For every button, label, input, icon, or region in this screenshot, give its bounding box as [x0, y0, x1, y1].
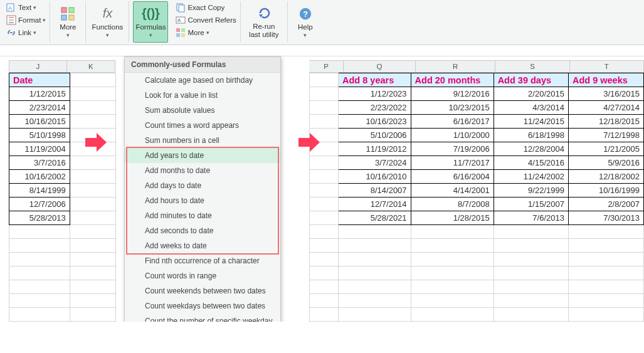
rerun-button[interactable]: Re-run last utility: [245, 1, 283, 43]
right-header-cell[interactable]: Add 20 months: [411, 73, 494, 87]
cell[interactable]: [70, 239, 115, 253]
cell[interactable]: 1/21/2005: [568, 142, 643, 156]
cell[interactable]: [70, 294, 115, 308]
cell[interactable]: 11/19/2012: [339, 142, 411, 156]
cell[interactable]: [339, 280, 411, 294]
cell[interactable]: 5/9/2016: [568, 156, 643, 170]
cell[interactable]: 7/30/2013: [568, 211, 643, 225]
cell[interactable]: [339, 308, 411, 322]
cell[interactable]: [70, 115, 115, 129]
cell[interactable]: [9, 266, 70, 280]
cell[interactable]: [411, 266, 494, 280]
menu-item[interactable]: Sum numbers in a cell: [125, 133, 280, 148]
cell[interactable]: 11/24/2002: [494, 170, 568, 184]
functions-button[interactable]: fx Functions ▾: [90, 1, 125, 43]
cell[interactable]: 9/12/2016: [411, 87, 494, 101]
cell[interactable]: 2/23/2022: [339, 101, 411, 115]
left-header-cell[interactable]: Date: [9, 73, 70, 87]
cell[interactable]: [9, 225, 70, 239]
cell[interactable]: [70, 73, 115, 87]
cell[interactable]: 4/3/2014: [494, 101, 568, 115]
cell[interactable]: [309, 294, 338, 308]
menu-item[interactable]: Add months to date: [125, 163, 280, 178]
cell[interactable]: [309, 308, 338, 322]
cell[interactable]: 1/15/2007: [494, 198, 568, 211]
help-button[interactable]: ? Help ▾: [292, 1, 319, 43]
cell[interactable]: 5/28/2013: [9, 211, 70, 225]
cell[interactable]: 2/8/2007: [568, 198, 643, 211]
cell[interactable]: 7/6/2013: [494, 211, 568, 225]
cell[interactable]: 3/16/2015: [568, 87, 643, 101]
cell[interactable]: 4/14/2001: [411, 184, 494, 198]
cell[interactable]: [309, 239, 338, 253]
cell[interactable]: [494, 225, 568, 239]
cell[interactable]: 5/28/2021: [339, 211, 411, 225]
cell[interactable]: [309, 87, 338, 101]
cell[interactable]: 6/18/1998: [494, 129, 568, 142]
col-header-T[interactable]: T: [570, 60, 644, 73]
cell[interactable]: 12/28/2004: [494, 142, 568, 156]
menu-item[interactable]: Count weekdays between two dates: [125, 298, 280, 313]
right-header-cell[interactable]: Add 39 days: [494, 73, 568, 87]
menu-item[interactable]: Add years to date: [125, 148, 280, 163]
menu-item[interactable]: Calculate age based on birthday: [125, 73, 280, 88]
col-header-J[interactable]: J: [9, 60, 67, 73]
cell[interactable]: [411, 308, 494, 322]
cell[interactable]: 10/16/2002: [9, 170, 70, 184]
cell[interactable]: [411, 225, 494, 239]
menu-item[interactable]: Add minutes to date: [125, 208, 280, 223]
cell[interactable]: [9, 239, 70, 253]
cell[interactable]: [70, 253, 115, 266]
cell[interactable]: [70, 225, 115, 239]
col-header-S[interactable]: S: [495, 60, 569, 73]
menu-item[interactable]: Look for a value in list: [125, 88, 280, 103]
cell[interactable]: [494, 266, 568, 280]
cell[interactable]: [309, 170, 338, 184]
cell[interactable]: [70, 211, 115, 225]
cell[interactable]: [309, 184, 338, 198]
cell[interactable]: [9, 294, 70, 308]
cell[interactable]: [309, 73, 338, 87]
cell[interactable]: [339, 294, 411, 308]
formulas-button[interactable]: {()} Formulas ▾: [133, 1, 168, 43]
cell[interactable]: [494, 308, 568, 322]
cell[interactable]: [568, 294, 643, 308]
cell[interactable]: 6/16/2017: [411, 115, 494, 129]
cell[interactable]: [309, 253, 338, 266]
link-dropdown[interactable]: Link ▾: [6, 26, 46, 39]
cell[interactable]: 1/28/2015: [411, 211, 494, 225]
menu-item[interactable]: Find nth occurrence of a character: [125, 253, 280, 268]
cell[interactable]: 4/27/2014: [568, 101, 643, 115]
cell[interactable]: [70, 170, 115, 184]
cell[interactable]: [70, 198, 115, 211]
cell[interactable]: 7/19/2006: [411, 142, 494, 156]
cell[interactable]: [568, 266, 643, 280]
cell[interactable]: 10/16/2015: [9, 115, 70, 129]
cell[interactable]: [70, 156, 115, 170]
right-header-cell[interactable]: Add 9 weeks: [568, 73, 643, 87]
cell[interactable]: 9/22/1999: [494, 184, 568, 198]
cell[interactable]: [9, 308, 70, 322]
cell[interactable]: [70, 266, 115, 280]
cell[interactable]: 10/16/2010: [339, 170, 411, 184]
cell[interactable]: 8/14/2007: [339, 184, 411, 198]
menu-item[interactable]: Count weekends between two dates: [125, 283, 280, 298]
cell[interactable]: [339, 253, 411, 266]
menu-item[interactable]: Add days to date: [125, 178, 280, 193]
cell[interactable]: [9, 253, 70, 266]
cell[interactable]: [309, 225, 338, 239]
cell[interactable]: 10/16/1999: [568, 184, 643, 198]
col-header-Q[interactable]: Q: [344, 60, 416, 73]
cell[interactable]: 12/18/2015: [568, 115, 643, 129]
cell[interactable]: [568, 308, 643, 322]
cell[interactable]: 4/15/2016: [494, 156, 568, 170]
cell[interactable]: [309, 211, 338, 225]
right-header-cell[interactable]: Add 8 years: [339, 73, 411, 87]
cell[interactable]: [309, 101, 338, 115]
cell[interactable]: 3/7/2024: [339, 156, 411, 170]
menu-item[interactable]: Add hours to date: [125, 193, 280, 208]
cell[interactable]: 2/23/2014: [9, 101, 70, 115]
cell[interactable]: 10/16/2023: [339, 115, 411, 129]
cell[interactable]: 5/10/1998: [9, 129, 70, 142]
cell[interactable]: 1/12/2023: [339, 87, 411, 101]
